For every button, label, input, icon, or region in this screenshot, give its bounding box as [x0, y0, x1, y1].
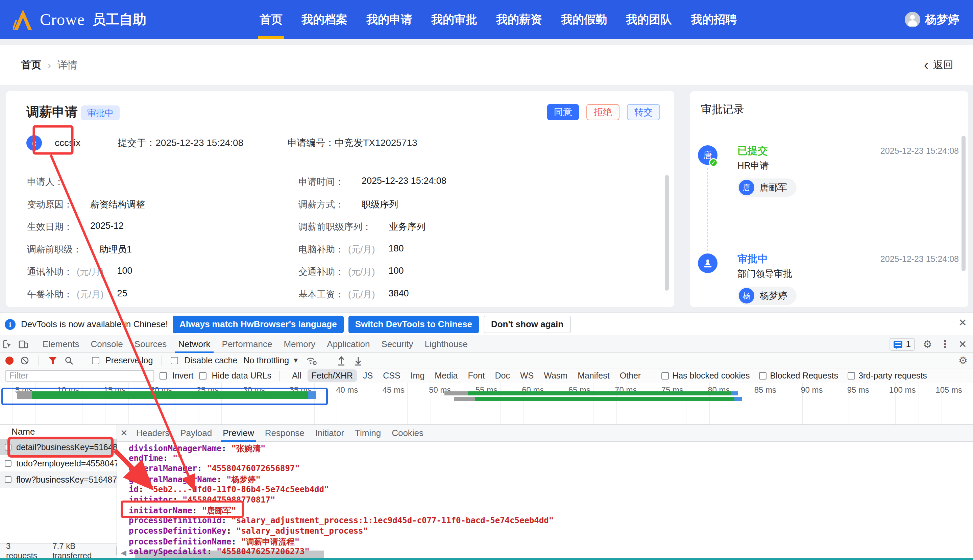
filter-funnel-icon[interactable]	[48, 352, 58, 369]
devtools-tab[interactable]: Elements	[37, 336, 85, 353]
hide-data-urls-checkbox[interactable]	[199, 372, 207, 380]
preserve-log-checkbox[interactable]	[92, 357, 99, 364]
request-type-chip[interactable]: CSS	[379, 369, 404, 382]
step1-person-avatar: 唐	[739, 180, 754, 195]
ruler-tick: 95 ms	[847, 385, 872, 395]
panel-tab[interactable]: Headers	[131, 425, 175, 442]
filter-input[interactable]	[5, 370, 154, 382]
field-label: 变动原因：	[27, 198, 73, 210]
json-key: processDefinitionName	[129, 537, 231, 547]
nav-item[interactable]: 我的审批	[431, 0, 477, 39]
inspect-icon[interactable]	[0, 336, 15, 353]
request-type-chip[interactable]: Img	[407, 369, 429, 382]
request-type-chip[interactable]: All	[288, 369, 305, 382]
request-type-chip[interactable]: Other	[616, 369, 645, 382]
request-type-chip[interactable]: Doc	[491, 369, 514, 382]
close-detail-icon[interactable]: ✕	[117, 428, 131, 438]
request-type-chip[interactable]: JS	[359, 369, 377, 382]
panel-tab[interactable]: Initiator	[310, 425, 350, 442]
step1-time: 2025-12-23 15:24:08	[880, 146, 959, 156]
search-icon[interactable]	[64, 352, 74, 369]
request-type-chip[interactable]: Media	[431, 369, 462, 382]
back-button[interactable]: ‹ 返回	[924, 45, 953, 85]
extra-filter-checkbox[interactable]	[661, 372, 669, 380]
request-type-chip[interactable]: Wasm	[540, 369, 571, 382]
request-row[interactable]: flow?businessKey=51648740...	[0, 472, 117, 488]
request-row-checkbox[interactable]	[5, 460, 12, 467]
panel-tab[interactable]: Cookies	[386, 425, 429, 442]
request-row[interactable]: todo?employeeId=45580476...	[0, 455, 117, 472]
extra-filter[interactable]: Has blocked cookies	[661, 371, 750, 380]
devtools-tab[interactable]: Network	[172, 336, 216, 353]
nav-user[interactable]: 杨梦婷	[905, 0, 960, 39]
request-type-chip[interactable]: WS	[516, 369, 538, 382]
extra-filter-checkbox[interactable]	[848, 372, 855, 380]
json-key: initiator	[129, 495, 173, 505]
network-conditions-icon[interactable]	[305, 352, 318, 369]
panel-tab[interactable]: Preview	[217, 425, 259, 442]
request-type-chip[interactable]: Fetch/XHR	[308, 369, 357, 382]
switch-chinese-button[interactable]: Switch DevTools to Chinese	[348, 316, 479, 333]
issues-badge[interactable]: 1	[890, 338, 915, 351]
import-har-icon[interactable]	[336, 352, 347, 369]
nav-item[interactable]: 首页	[260, 0, 283, 39]
more-menu-icon[interactable]: ⋮	[940, 339, 950, 350]
step1-person-pill: 唐 唐郦军	[737, 178, 796, 197]
throttling-select[interactable]: No throttling ▼	[243, 355, 299, 365]
devtools-tab[interactable]: Memory	[278, 336, 321, 353]
detail-scrollbar[interactable]	[665, 175, 669, 291]
extra-filter[interactable]: 3rd-party requests	[848, 371, 927, 380]
ruler-tick: 105 ms	[935, 385, 965, 395]
panel-tabs: Headers Payload Preview Response Initiat…	[131, 425, 429, 442]
device-toolbar-icon[interactable]	[15, 336, 31, 353]
grid-line	[872, 383, 872, 425]
devtools-tab[interactable]: Console	[85, 336, 128, 353]
divider	[653, 371, 653, 381]
extra-filter-checkbox[interactable]	[759, 372, 766, 380]
nav-item[interactable]: 我的假勤	[561, 0, 607, 39]
banner-close-icon[interactable]: ✕	[958, 318, 967, 328]
devtools-tab[interactable]: Security	[376, 336, 419, 353]
nav-item[interactable]: 我的团队	[626, 0, 672, 39]
nav-item[interactable]: 我的薪资	[496, 0, 542, 39]
request-type-chip[interactable]: Font	[464, 369, 489, 382]
network-filterbar: Invert Hide data URLs All Fetch/XHR JS C…	[0, 368, 973, 383]
reject-button[interactable]: 拒绝	[586, 104, 620, 120]
extra-filter[interactable]: Blocked Requests	[759, 371, 838, 380]
nav-item[interactable]: 我的申请	[367, 0, 412, 39]
panel-tab[interactable]: Payload	[175, 425, 217, 442]
devtools-tab[interactable]: Application	[321, 336, 375, 353]
nav-item[interactable]: 我的档案	[302, 0, 347, 39]
hscroll-left-arrow-icon[interactable]: ◀	[121, 548, 127, 557]
dont-show-again-button[interactable]: Don't show again	[484, 316, 571, 333]
request-type-chip[interactable]: Manifest	[573, 369, 613, 382]
devtools-tab[interactable]: Performance	[216, 336, 278, 353]
request-row-checkbox[interactable]	[5, 444, 12, 450]
step2-person-avatar: 杨	[739, 288, 754, 303]
approval-title: 审批记录	[701, 102, 744, 117]
disable-cache-checkbox[interactable]	[171, 357, 178, 364]
waterfall-bar-blue	[735, 397, 742, 401]
panel-tab[interactable]: Response	[260, 425, 310, 442]
request-row[interactable]: detail?businessKey=5164874..	[0, 439, 117, 455]
devtools-tab[interactable]: Sources	[129, 336, 172, 353]
breadcrumb-home[interactable]: 首页	[21, 58, 41, 72]
transfer-button[interactable]: 转交	[627, 104, 660, 120]
field-label: 基本工资：	[298, 288, 344, 300]
invert-checkbox[interactable]	[160, 372, 167, 380]
json-property-line: initiator: "45580475988770817"	[129, 495, 275, 505]
network-settings-gear-icon[interactable]: ⚙	[958, 355, 968, 366]
action-buttons: 同意 拒绝 转交	[547, 104, 660, 120]
nav-item[interactable]: 我的招聘	[691, 0, 737, 39]
devtools-close-icon[interactable]: ✕	[958, 339, 967, 350]
approval-scrollbar[interactable]	[961, 136, 966, 271]
match-language-button[interactable]: Always match HwBrowser's language	[173, 316, 344, 333]
request-row-checkbox[interactable]	[5, 476, 12, 483]
export-har-icon[interactable]	[353, 352, 364, 369]
approve-button[interactable]: 同意	[547, 104, 579, 120]
devtools-tab[interactable]: Lighthouse	[419, 336, 473, 353]
record-icon[interactable]	[5, 357, 13, 365]
clear-icon[interactable]	[20, 352, 30, 369]
settings-gear-icon[interactable]: ⚙	[923, 339, 932, 350]
panel-tab[interactable]: Timing	[350, 425, 386, 442]
